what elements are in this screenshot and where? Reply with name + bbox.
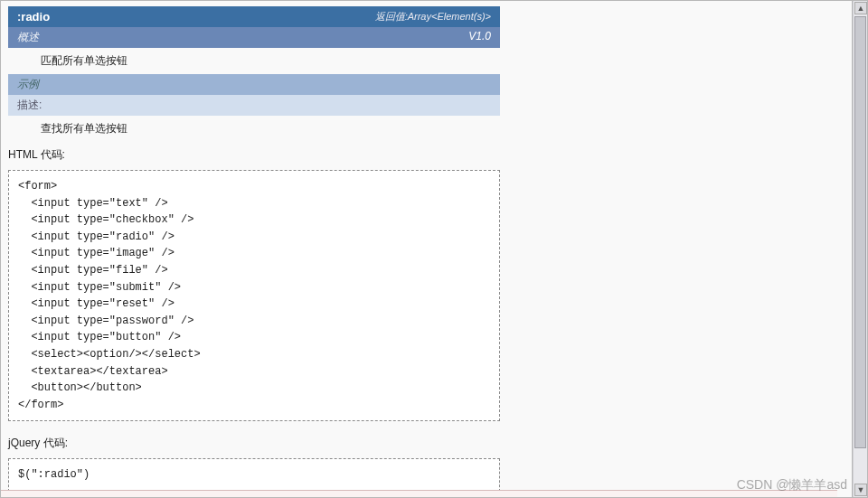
description-label: 描述: bbox=[17, 99, 42, 111]
document-window: :radio 返回值:Array<Element(s)> 概述 V1.0 匹配所… bbox=[0, 0, 868, 498]
overview-text: 匹配所有单选按钮 bbox=[8, 48, 500, 74]
scroll-down-button[interactable]: ▼ bbox=[854, 484, 867, 496]
scrollbar-track[interactable] bbox=[854, 15, 867, 483]
scrollbar-thumb[interactable] bbox=[854, 16, 866, 448]
version-label: V1.0 bbox=[468, 30, 491, 45]
jquery-code-box: $(":radio") bbox=[8, 458, 500, 492]
overview-bar: 概述 V1.0 bbox=[8, 27, 500, 48]
html-code-box: <form> <input type="text" /> <input type… bbox=[8, 170, 500, 421]
vertical-scrollbar[interactable]: ▲ ▼ bbox=[853, 1, 867, 497]
scroll-up-button[interactable]: ▲ bbox=[854, 2, 867, 14]
bottom-edge-strip bbox=[1, 490, 837, 497]
description-text: 查找所有单选按钮 bbox=[8, 116, 500, 142]
example-bar: 示例 bbox=[8, 74, 500, 95]
description-bar: 描述: bbox=[8, 95, 500, 116]
return-value-label: 返回值:Array<Element(s)> bbox=[375, 10, 491, 23]
title-bar: :radio 返回值:Array<Element(s)> bbox=[8, 6, 500, 27]
example-bar-label: 示例 bbox=[17, 78, 39, 90]
overview-bar-label: 概述 bbox=[17, 30, 39, 45]
html-code-label: HTML 代码: bbox=[8, 142, 500, 164]
jquery-code-label: jQuery 代码: bbox=[8, 430, 500, 453]
scroll-area: :radio 返回值:Array<Element(s)> 概述 V1.0 匹配所… bbox=[1, 1, 853, 497]
content-column: :radio 返回值:Array<Element(s)> 概述 V1.0 匹配所… bbox=[1, 1, 507, 497]
selector-title: :radio bbox=[17, 10, 50, 23]
